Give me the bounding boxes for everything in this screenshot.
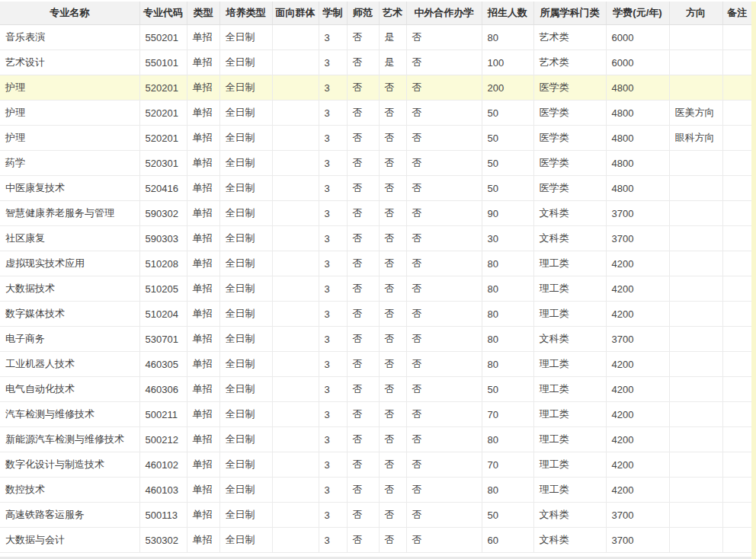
table-cell xyxy=(722,302,751,327)
table-row[interactable]: 社区康复590303单招全日制3否否否30文科类3700 xyxy=(0,226,751,251)
table-cell: 文科类 xyxy=(533,226,606,251)
table-cell xyxy=(669,302,722,327)
table-cell: 520201 xyxy=(139,126,187,151)
table-cell xyxy=(669,528,722,553)
table-cell: 500113 xyxy=(139,503,187,528)
table-cell: 全日制 xyxy=(219,402,272,427)
table-cell xyxy=(669,75,722,101)
table-cell: 否 xyxy=(379,276,406,302)
table-row[interactable]: 数字媒体技术510204单招全日制3否否否80理工类4200 xyxy=(0,302,751,327)
table-cell: 全日制 xyxy=(219,352,272,377)
table-cell: 理工类 xyxy=(533,302,606,327)
table-cell xyxy=(669,50,722,75)
table-cell xyxy=(272,327,319,352)
table-cell: 否 xyxy=(379,352,406,377)
table-cell: 550101 xyxy=(139,50,187,75)
table-cell xyxy=(272,101,319,126)
table-row[interactable]: 艺术设计550101单招全日制3否是否100艺术类6000 xyxy=(0,50,751,75)
table-cell: 中医康复技术 xyxy=(0,176,139,201)
table-cell: 否 xyxy=(347,503,379,528)
table-cell xyxy=(669,377,722,402)
table-row[interactable]: 护理520201单招全日制3否否否50医学类4800医美方向 xyxy=(0,101,751,126)
table-cell: 否 xyxy=(379,528,406,553)
table-cell: 3 xyxy=(319,478,347,503)
table-cell: 50 xyxy=(482,101,533,126)
table-cell: 新能源汽车检测与维修技术 xyxy=(0,427,139,452)
table-row[interactable]: 数字化设计与制造技术460102单招全日制3否否否70理工类4200 xyxy=(0,452,751,478)
table-cell: 理工类 xyxy=(533,352,606,377)
table-cell: 4200 xyxy=(606,402,669,427)
column-header: 面向群体 xyxy=(272,2,319,25)
table-row[interactable]: 药学520301单招全日制3否否否50医学类4800 xyxy=(0,151,751,176)
table-row[interactable]: 新能源汽车检测与维修技术500212单招全日制3否否否80理工类4200 xyxy=(0,427,751,452)
table-cell: 全日制 xyxy=(219,302,272,327)
table-row[interactable]: 音乐表演550201单招全日制3否是否80艺术类6000 xyxy=(0,25,751,50)
table-cell: 否 xyxy=(406,452,482,478)
table-cell: 4200 xyxy=(606,302,669,327)
table-row[interactable]: 虚拟现实技术应用510208单招全日制3否否否80理工类4200 xyxy=(0,251,751,276)
table-cell: 否 xyxy=(406,327,482,352)
table-cell: 否 xyxy=(406,302,482,327)
table-cell xyxy=(669,503,722,528)
table-cell: 否 xyxy=(379,452,406,478)
table-row[interactable]: 中医康复技术520416单招全日制3否否否50医学类4800 xyxy=(0,176,751,201)
table-row[interactable]: 智慧健康养老服务与管理590302单招全日制3否否否90文科类3700 xyxy=(0,201,751,226)
table-cell: 3 xyxy=(319,251,347,276)
table-cell: 80 xyxy=(482,327,533,352)
table-cell: 否 xyxy=(347,427,379,452)
table-cell: 医学类 xyxy=(533,75,606,101)
table-cell: 全日制 xyxy=(219,50,272,75)
table-cell xyxy=(669,352,722,377)
table-row[interactable]: 汽车检测与维修技术500211单招全日制3否否否70理工类4200 xyxy=(0,402,751,427)
table-row[interactable]: 电气自动化技术460306单招全日制3否否否50理工类4200 xyxy=(0,377,751,402)
table-cell: 汽车检测与维修技术 xyxy=(0,402,139,427)
table-cell: 否 xyxy=(379,75,406,101)
table-cell: 全日制 xyxy=(219,151,272,176)
table-cell: 全日制 xyxy=(219,528,272,553)
table-cell: 520416 xyxy=(139,176,187,201)
table-row[interactable]: 工业机器人技术460305单招全日制3否否否80理工类4200 xyxy=(0,352,751,377)
table-cell: 否 xyxy=(406,478,482,503)
table-cell: 理工类 xyxy=(533,377,606,402)
table-row[interactable]: 护理520201单招全日制3否否否50医学类4800眼科方向 xyxy=(0,126,751,151)
table-cell: 3700 xyxy=(606,528,669,553)
table-cell: 3700 xyxy=(606,327,669,352)
table-cell xyxy=(722,377,751,402)
table-row[interactable]: 大数据技术510205单招全日制3否否否80理工类4200 xyxy=(0,276,751,302)
table-cell: 全日制 xyxy=(219,226,272,251)
table-row[interactable]: 大数据与会计530302单招全日制3否否否60文科类3700 xyxy=(0,528,751,553)
column-header: 培养类型 xyxy=(219,2,272,25)
table-cell: 3700 xyxy=(606,503,669,528)
table-cell: 80 xyxy=(482,478,533,503)
table-cell: 3 xyxy=(319,151,347,176)
column-header: 专业代码 xyxy=(139,2,187,25)
table-row[interactable]: 电子商务530701单招全日制3否否否80文科类3700 xyxy=(0,327,751,352)
table-cell xyxy=(722,402,751,427)
table-cell: 500211 xyxy=(139,402,187,427)
table-cell: 否 xyxy=(379,327,406,352)
table-cell: 590303 xyxy=(139,226,187,251)
table-cell: 单招 xyxy=(187,377,219,402)
table-cell: 医学类 xyxy=(533,126,606,151)
table-cell: 否 xyxy=(406,201,482,226)
table-cell: 否 xyxy=(379,176,406,201)
table-header: 专业名称专业代码类型培养类型面向群体学制师范艺术中外合作办学招生人数所属学科门类… xyxy=(0,2,751,25)
table-cell: 3 xyxy=(319,276,347,302)
table-cell: 否 xyxy=(347,377,379,402)
table-cell: 单招 xyxy=(187,452,219,478)
table-row[interactable]: 护理520201单招全日制3否否否200医学类4800 xyxy=(0,75,751,101)
table-cell: 510205 xyxy=(139,276,187,302)
table-cell: 530701 xyxy=(139,327,187,352)
table-row[interactable]: 数控技术460103单招全日制3否否否80理工类4200 xyxy=(0,478,751,503)
table-cell: 100 xyxy=(482,50,533,75)
table-row[interactable]: 高速铁路客运服务500113单招全日制3否否否50文科类3700 xyxy=(0,503,751,528)
table-cell: 否 xyxy=(406,251,482,276)
table-cell: 理工类 xyxy=(533,251,606,276)
table-cell xyxy=(272,402,319,427)
table-cell: 4200 xyxy=(606,251,669,276)
table-cell xyxy=(272,427,319,452)
table-cell: 全日制 xyxy=(219,452,272,478)
table-cell: 3 xyxy=(319,101,347,126)
table-cell: 6000 xyxy=(606,25,669,50)
table-cell: 60 xyxy=(482,528,533,553)
